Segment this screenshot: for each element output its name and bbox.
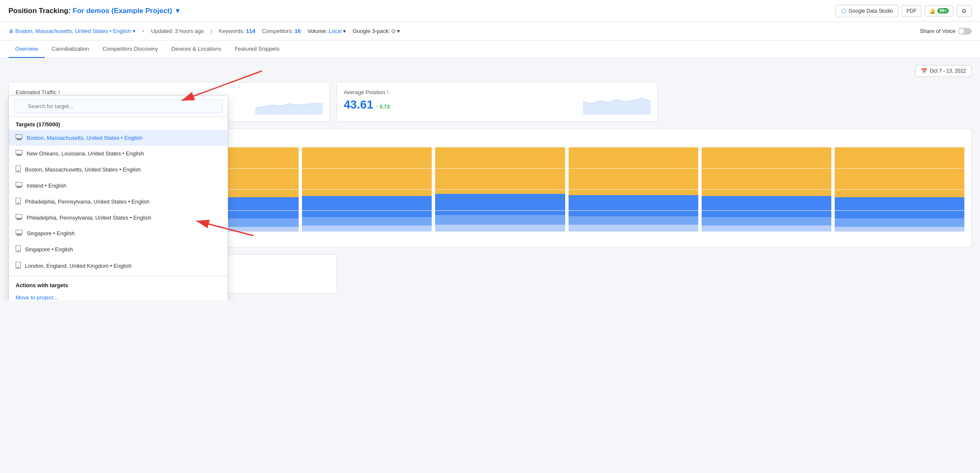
tab-featured-snippets[interactable]: Featured Snippets [228,41,286,58]
calendar-icon: 📅 [921,68,927,74]
competitors-label: Competitors: [262,28,293,34]
dropdown-item[interactable]: London, England, United Kingdom • Englis… [9,258,228,274]
bell-button[interactable]: 🔔 99+ [925,5,953,16]
monitor-icon: 🖥 [8,28,14,34]
bar-seg-orange [302,147,432,196]
bar-seg-blue-dark [702,196,831,217]
svg-rect-19 [16,214,22,218]
dropdown-item[interactable]: Boston, Massachusetts, United States • E… [9,130,228,146]
dropdown-item-label: Boston, Massachusetts, United States • E… [27,135,142,141]
notification-badge: 99+ [937,8,949,14]
tablet-icon [16,245,21,253]
updated-text: Updated: 3 hours ago [151,28,204,34]
updated-label: Updated: 3 hours ago [151,28,204,34]
dropdown-item[interactable]: New Orleans, Louisiana, United States • … [9,146,228,161]
tab-competitors-discovery[interactable]: Competitors Discovery [96,41,165,58]
volume-selector[interactable]: Volume: Local ▾ [308,28,346,34]
g3pack-selector[interactable]: Google 3-pack: ⊙ ▾ [353,28,400,34]
share-of-voice-label: Share of Voice [920,28,956,34]
dropdown-item[interactable]: Boston, Massachusetts, United States • E… [9,161,228,178]
pdf-label: PDF [906,8,917,14]
settings-button[interactable]: ⚙ [957,5,972,17]
dropdown-item[interactable]: Singapore • English [9,241,228,258]
actions-section-title: Actions with targets [9,278,228,291]
search-box: 🔍 [9,96,228,117]
dropdown-section-title: Targets (17/5000) [9,117,228,130]
dropdown-item-label: Boston, Massachusetts, United States • E… [25,166,141,173]
desktop-icon [16,230,22,237]
pdf-button[interactable]: PDF [902,5,921,17]
tablet-icon [16,166,21,174]
bar-seg-blue-mid [835,218,964,227]
location-selector[interactable]: 🖥 Boston, Massachusetts, United States •… [8,28,136,34]
dropdown-item[interactable]: Ireland • English [9,178,228,193]
bar-group [435,147,565,232]
bar-seg-blue-dark [569,195,698,216]
estimated-traffic-label: Estimated Traffic ℹ [16,89,60,95]
date-range-button[interactable]: 📅 Oct 7 - 13, 2022 [915,65,972,77]
dropdown-item-label: Singapore • English [25,246,73,253]
bar-seg-blue-dark [435,194,565,215]
g3pack-chevron: ▾ [397,28,400,34]
bar-group [835,147,964,232]
dropdown-item-label: London, England, United Kingdom • Englis… [25,263,131,269]
bar-seg-blue-light [569,225,698,232]
svg-rect-3 [16,134,22,139]
bar-seg-orange [835,147,964,197]
share-of-voice-switch[interactable] [958,28,972,35]
average-position-chart [583,89,651,114]
keywords-meta: Keywords: 114 [219,28,255,34]
info-icon: ℹ [58,90,60,95]
average-position-delta: ↑ 0.73 [376,104,390,110]
tab-overview[interactable]: Overview [8,41,45,58]
svg-marker-0 [255,103,323,114]
project-link[interactable]: For demos (Example Project) [73,7,172,15]
tablet-icon [16,198,21,206]
data-studio-button[interactable]: ⬡ Google Data Studio [836,5,898,17]
title-prefix: Position Tracking: [8,7,71,15]
date-row: 📅 Oct 7 - 13, 2022 [8,65,972,77]
bar-seg-blue-light [835,227,964,232]
dropdown-item-label: Philadelphia, Pennsylvania, United State… [25,198,150,205]
page-title: Position Tracking: For demos (Example Pr… [8,6,180,15]
dropdown-item-label: New Orleans, Louisiana, United States • … [27,150,144,157]
project-chevron[interactable]: ▾ [176,7,180,15]
estimated-traffic-chart [255,89,323,114]
toggle-knob [959,29,964,34]
location-bar: 🖥 Boston, Massachusetts, United States •… [0,22,980,41]
bar-group [569,147,698,232]
bar-seg-blue-dark [302,196,432,217]
dropdown-item-label: Philadelphia, Pennsylvania, United State… [27,215,151,221]
data-studio-label: Google Data Studio [849,8,893,14]
svg-rect-7 [16,150,22,154]
dropdown-item[interactable]: Singapore • English [9,226,228,241]
target-dropdown: 🔍 Targets (17/5000) Boston, Massachusett… [8,95,228,300]
info-icon: ℹ [387,90,389,95]
bar-group [702,147,831,232]
dropdown-items-list: Boston, Massachusetts, United States • E… [9,130,228,274]
move-to-project[interactable]: Move to project... [9,291,228,300]
bar-seg-blue-light [435,225,565,232]
dropdown-item[interactable]: Philadelphia, Pennsylvania, United State… [9,210,228,226]
bar-seg-blue-light [702,226,831,232]
svg-marker-1 [583,98,651,114]
dropdown-item-label: Singapore • English [27,230,75,236]
bar-group [302,147,432,232]
main-content: 📅 Oct 7 - 13, 2022 Estimated Traffic ℹ 3… [0,58,980,300]
dropdown-item[interactable]: Philadelphia, Pennsylvania, United State… [9,193,228,210]
share-of-voice-toggle[interactable]: Share of Voice [920,28,972,35]
bar-seg-blue-light [302,226,432,232]
average-position-value: 43.61 ↑ 0.73 [344,98,390,111]
keywords-value: 114 [246,28,255,34]
location-chevron: ▾ [133,28,136,34]
tab-devices-locations[interactable]: Devices & Locations [165,41,228,58]
bar-seg-blue-mid [302,217,432,226]
bar-seg-orange [569,147,698,195]
average-position-label: Average Position ℹ [344,89,390,95]
desktop-icon [16,150,22,157]
desktop-icon [16,214,22,221]
location-text: Boston, Massachusetts, United States • E… [15,28,131,34]
search-input[interactable] [14,99,223,113]
bar-seg-blue-mid [702,217,831,226]
tab-cannibalization[interactable]: Cannibalization [45,41,96,58]
